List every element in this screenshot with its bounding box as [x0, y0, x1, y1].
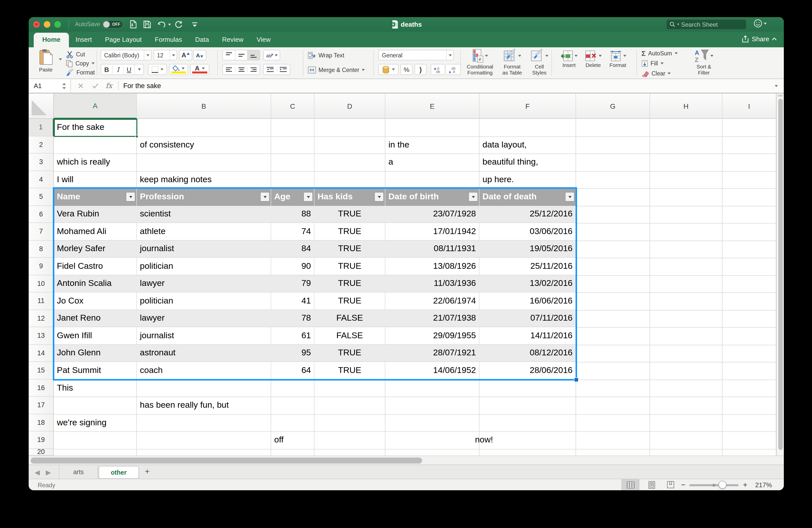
wrap-text-button[interactable]: Wrap Text [308, 51, 344, 60]
table-cell[interactable]: lawyer [137, 310, 271, 327]
cell-b4[interactable]: keep making notes [137, 171, 271, 188]
table-cell[interactable]: TRUE [315, 292, 386, 309]
decrease-decimal-button[interactable]: .00 .0 [446, 64, 461, 75]
table-cell[interactable]: 23/07/1928 [386, 205, 479, 223]
spreadsheet-grid[interactable]: ABCDEFGHI1234567891011121314151617181920… [29, 94, 784, 456]
delete-cells-caret[interactable] [598, 55, 601, 57]
align-middle-button[interactable] [235, 50, 247, 60]
table-cell[interactable]: 08/12/2016 [479, 344, 576, 361]
table-cell[interactable]: FALSE [315, 310, 386, 327]
scrollbar-split-handle[interactable] [778, 95, 783, 97]
select-all-corner[interactable] [29, 94, 54, 119]
font-size-select[interactable]: 12 [154, 50, 177, 60]
clear-caret[interactable] [668, 72, 671, 74]
table-header-date-of-birth[interactable]: Date of birth [386, 188, 479, 205]
autosave-toggle[interactable]: OFF [102, 20, 123, 29]
table-cell[interactable]: 78 [271, 310, 315, 327]
cell-f2[interactable]: data layout, [479, 136, 576, 154]
table-cell[interactable]: Jo Cox [54, 292, 137, 309]
row-header-9[interactable]: 9 [29, 258, 54, 275]
align-bottom-button[interactable] [247, 50, 260, 60]
column-header-g[interactable]: G [576, 94, 650, 119]
italic-button[interactable]: I [112, 66, 123, 73]
row-header-7[interactable]: 7 [29, 223, 54, 240]
name-box[interactable]: A1 [29, 79, 71, 92]
format-painter-button[interactable]: Format [66, 68, 95, 77]
decrease-indent-button[interactable] [264, 67, 276, 72]
paste-menu-caret[interactable] [59, 58, 62, 60]
ribbon-collapse-chevron-icon[interactable] [772, 37, 777, 41]
cell-a1[interactable]: For the sake [54, 119, 137, 136]
cell-a4[interactable]: I will [54, 171, 137, 188]
fill-color-button[interactable] [169, 64, 188, 75]
horizontal-scrollbar[interactable] [29, 456, 784, 465]
borders-menu-caret[interactable] [160, 69, 163, 70]
tab-insert[interactable]: Insert [69, 32, 98, 47]
shrink-font-button[interactable]: A [193, 50, 206, 60]
table-cell[interactable]: 90 [271, 258, 315, 274]
formula-bar-expand-caret[interactable] [775, 85, 778, 87]
save-button[interactable] [142, 20, 152, 29]
insert-cells-button[interactable]: Insert [558, 49, 580, 77]
format-cells-caret[interactable] [623, 55, 626, 57]
font-color-button[interactable]: A [190, 64, 209, 75]
table-cell[interactable]: Pat Summit [54, 362, 137, 379]
table-cell[interactable]: 11/03/1936 [386, 275, 479, 292]
copy-menu-caret[interactable] [91, 62, 95, 65]
table-cell[interactable]: 88 [271, 205, 315, 223]
orientation-button[interactable]: ab [263, 50, 280, 60]
align-top-button[interactable] [223, 50, 235, 60]
row-header-20[interactable]: 20 [29, 449, 54, 456]
formula-content[interactable]: For the sake [123, 82, 161, 90]
tab-page-layout[interactable]: Page Layout [98, 32, 148, 47]
table-cell[interactable]: Fidel Castro [54, 258, 137, 274]
filter-button-profession[interactable] [260, 192, 270, 202]
prev-sheet-button[interactable]: ◀ [35, 469, 40, 476]
table-cell[interactable]: 29/09/1955 [386, 327, 479, 344]
confirm-entry-icon[interactable] [92, 83, 99, 89]
undo-menu-caret[interactable] [166, 20, 173, 29]
table-cell[interactable]: politician [137, 292, 271, 309]
sort-filter-caret[interactable] [710, 55, 713, 57]
row-header-18[interactable]: 18 [29, 414, 54, 431]
cell-f3[interactable]: beautiful thing, [479, 154, 576, 171]
autosum-button[interactable]: Σ AutoSum [641, 49, 678, 58]
table-cell[interactable]: 19/05/2016 [479, 240, 576, 257]
table-cell[interactable]: 84 [271, 240, 315, 257]
search-scope-caret[interactable] [677, 24, 679, 25]
table-cell[interactable]: journalist [137, 327, 271, 344]
row-header-13[interactable]: 13 [29, 327, 54, 344]
insert-function-button[interactable]: fx [106, 82, 112, 90]
table-cell[interactable]: politician [137, 258, 271, 274]
table-cell[interactable]: 79 [271, 275, 315, 292]
clear-button[interactable]: Clear [641, 69, 671, 78]
row-header-12[interactable]: 12 [29, 310, 54, 327]
table-cell[interactable]: 03/06/2016 [479, 223, 576, 240]
cell-a3[interactable]: which is really [54, 154, 137, 171]
sheet-tab-arts[interactable]: arts [59, 465, 98, 479]
cell-a18[interactable]: we're signing [54, 414, 137, 431]
table-cell[interactable]: Gwen Ifill [54, 327, 137, 344]
align-left-button[interactable] [223, 67, 235, 72]
column-header-d[interactable]: D [315, 94, 386, 119]
row-header-4[interactable]: 4 [29, 171, 54, 188]
insert-cells-caret[interactable] [574, 55, 577, 57]
redo-button[interactable] [174, 20, 184, 29]
merge-center-caret[interactable] [362, 69, 365, 71]
quick-access-menu-button[interactable] [190, 20, 200, 29]
column-header-i[interactable]: I [723, 94, 776, 119]
underline-button[interactable]: U [123, 66, 134, 73]
table-cell[interactable]: Vera Rubin [54, 205, 137, 223]
zoom-slider-thumb[interactable] [719, 481, 726, 489]
table-cell[interactable]: TRUE [315, 362, 386, 379]
table-cell[interactable]: 28/07/1921 [386, 344, 479, 361]
table-cell[interactable]: TRUE [315, 240, 386, 257]
align-center-button[interactable] [235, 67, 247, 72]
row-header-19[interactable]: 19 [29, 431, 54, 449]
row-header-11[interactable]: 11 [29, 292, 54, 310]
table-cell[interactable]: TRUE [315, 205, 386, 223]
cell-e19[interactable]: now! [386, 431, 496, 449]
table-cell[interactable]: 13/08/1926 [386, 258, 479, 274]
table-cell[interactable]: TRUE [315, 344, 386, 361]
table-cell[interactable]: 74 [271, 223, 315, 240]
